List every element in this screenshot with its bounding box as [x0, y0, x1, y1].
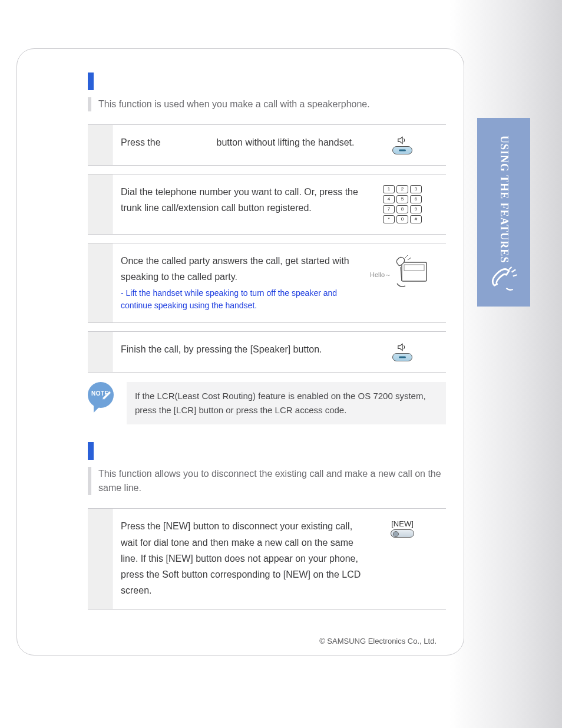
speaker-icon [396, 342, 408, 352]
step-row: Once the called party answers the call, … [88, 243, 446, 323]
step-number-col [88, 125, 113, 165]
step-number-col [88, 243, 113, 322]
step-number-col [88, 174, 113, 234]
speaker-key-icon [392, 353, 412, 361]
key-0: 0 [396, 215, 408, 223]
step-row: Dial the telephone number you want to ca… [88, 174, 446, 235]
new-button-illustration: [NEW] [391, 519, 414, 538]
step4-text: Finish the call, by pressing the [Speake… [121, 341, 367, 361]
step-row: Press the [NEW] button to disconnect you… [88, 508, 446, 610]
step2-text: Dial the telephone number you want to ca… [121, 184, 367, 223]
speaker-button-illustration [391, 136, 414, 154]
step1-text-b: button without lifting the handset. [216, 137, 354, 147]
handset-icon [488, 263, 520, 295]
key-8: 8 [396, 205, 408, 213]
sec2-step1-text: Press the [NEW] button to disconnect you… [121, 518, 367, 598]
new-button-label: [NEW] [391, 519, 414, 528]
phone-illustration: Hello～ [370, 254, 435, 295]
copyright: © SAMSUNG Electronics Co., Ltd. [319, 637, 437, 645]
side-tab: USING THE FEATURES [477, 118, 530, 307]
page-frame: This function is used when you make a ca… [16, 48, 464, 655]
key-9: 9 [410, 205, 422, 213]
key-2: 2 [396, 185, 408, 193]
key-3: 3 [410, 185, 422, 193]
keypad-icon: 1 2 3 4 5 6 7 8 9 * 0 # [383, 185, 422, 223]
step1-text: Press the button without lifting the han… [121, 134, 367, 154]
step-number-col [88, 332, 113, 372]
section1-intro: This function is used when you make a ca… [88, 97, 446, 111]
note-row: NOTE If the LCR(Least Cost Routing) feat… [88, 382, 446, 424]
step-row: Finish the call, by pressing the [Speake… [88, 331, 446, 373]
step1-text-a: Press the [121, 137, 163, 147]
new-key-icon [391, 529, 414, 538]
key-star: * [383, 215, 395, 223]
key-7: 7 [383, 205, 395, 213]
key-6: 6 [410, 195, 422, 203]
speaker-key-icon [392, 146, 412, 154]
step3-subtext: - Lift the handset while speaking to tur… [121, 287, 367, 312]
section-marker [88, 442, 94, 460]
side-tab-title: USING THE FEATURES [498, 136, 510, 263]
hello-label: Hello～ [370, 271, 391, 279]
svg-rect-0 [402, 262, 427, 281]
key-hash: # [410, 215, 422, 223]
speaker-button-illustration [391, 342, 414, 361]
step3-main: Once the called party answers the call, … [121, 256, 349, 282]
note-badge: NOTE [88, 382, 121, 415]
section-marker [88, 73, 94, 90]
step-number-col [88, 509, 113, 609]
step-row: Press the button without lifting the han… [88, 124, 446, 166]
section2-intro: This function allows you to disconnect t… [88, 467, 446, 495]
pencil-icon [101, 388, 114, 401]
key-1: 1 [383, 185, 395, 193]
step3-text: Once the called party answers the call, … [121, 253, 367, 312]
speaker-icon [396, 136, 408, 145]
key-5: 5 [396, 195, 408, 203]
key-4: 4 [383, 195, 395, 203]
note-text: If the LCR(Least Cost Routing) feature i… [127, 382, 446, 424]
